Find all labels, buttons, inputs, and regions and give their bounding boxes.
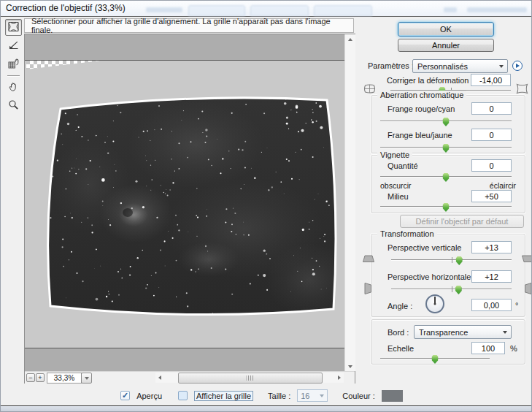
horizontal-perspective-label: Perspective horizontale (388, 272, 471, 281)
red-cyan-slider[interactable] (380, 117, 512, 126)
hint-message-bar: Sélectionner pour afficher la grille d'a… (24, 18, 354, 33)
angle-dial[interactable] (425, 294, 444, 313)
checkmark-icon: ✓ (122, 392, 128, 400)
preview-viewport[interactable] (25, 34, 344, 371)
edge-label: Bord : (388, 328, 409, 337)
grid-color-swatch[interactable] (382, 390, 403, 402)
preview-checkbox-label[interactable]: Aperçu (136, 392, 162, 400)
window-bottom-strip (0, 406, 532, 412)
transformation-group: Transformation Perspective verticale Per… (371, 234, 525, 317)
scroll-up-button[interactable] (345, 34, 355, 44)
zoom-in-button[interactable]: + (36, 373, 45, 382)
perspective-tilt-forward-icon (522, 253, 532, 265)
grid-size-label: Taille : (268, 392, 290, 400)
settings-panel: OK Annuler Paramètres : Personnalisés Co… (358, 17, 532, 386)
remove-distortion-tool[interactable] (5, 19, 22, 36)
red-cyan-slider-thumb[interactable] (443, 118, 450, 126)
grid-color-label: Couleur : (342, 392, 375, 400)
lens-correction-dialog: Sélectionner pour afficher la grille d'a… (0, 17, 532, 406)
angle-label: Angle : (388, 302, 412, 310)
settings-menu-button[interactable] (512, 61, 523, 71)
settings-label: Paramètres : (368, 61, 414, 70)
distortion-value-field[interactable] (471, 74, 511, 86)
zoom-level-dropdown-button[interactable] (81, 373, 92, 384)
blue-yellow-label: Frange bleu/jaune (388, 131, 452, 140)
straighten-icon (7, 39, 20, 53)
edge-value: Transparence (419, 328, 468, 337)
arrow-down-icon (348, 365, 352, 368)
scroll-left-button[interactable] (155, 373, 164, 383)
chevron-down-icon (320, 394, 324, 397)
zoom-level-field[interactable]: 33,3% (47, 373, 82, 384)
minus-icon: − (28, 374, 32, 381)
ok-button[interactable]: OK (398, 22, 494, 37)
horizontal-scroll-thumb[interactable] (178, 373, 323, 384)
chevron-down-icon (503, 331, 507, 334)
vignette-midpoint-slider[interactable] (380, 202, 512, 212)
barrel-distortion-icon (363, 83, 376, 96)
vignette-midpoint-field[interactable] (471, 190, 512, 202)
preview-checkbox[interactable]: ✓ (120, 391, 130, 400)
red-cyan-value-field[interactable] (471, 102, 512, 115)
edge-combobox[interactable]: Transparence (414, 325, 512, 339)
horizontal-perspective-field[interactable] (471, 270, 512, 283)
scale-slider[interactable] (380, 354, 490, 364)
perspective-right-icon (523, 283, 532, 296)
zoom-out-button[interactable]: − (26, 373, 35, 382)
vertical-perspective-field[interactable] (471, 241, 512, 253)
hand-tool[interactable] (5, 79, 22, 96)
vignette-midpoint-slider-thumb[interactable] (443, 203, 450, 212)
chromatic-aberration-group: Aberration chromatique Frange rouge/cyan… (371, 95, 525, 153)
background-tab (146, 7, 182, 12)
grid-size-combobox[interactable]: 16 (297, 389, 328, 402)
document-canvas (25, 61, 344, 348)
play-icon (516, 64, 520, 68)
horizontal-perspective-slider[interactable] (391, 285, 512, 294)
scroll-down-button[interactable] (345, 362, 355, 371)
horizontal-perspective-slider-thumb[interactable] (455, 286, 462, 294)
lens-correction-window: Correction de l'objectif (33,3%) (0, 0, 532, 412)
distortion-label: Corriger la déformation (387, 76, 469, 85)
tool-separator (7, 75, 20, 76)
settings-value: Personnalisés (417, 62, 468, 71)
scale-unit: % (510, 344, 517, 353)
move-grid-tool[interactable] (5, 56, 22, 72)
plus-icon: + (38, 374, 42, 381)
scale-label: Echelle (388, 344, 414, 353)
dialog-bottom-bar: ✓ Aperçu ✓ Afficher la grille Taille : 1… (0, 386, 528, 405)
perspective-left-icon (363, 283, 373, 296)
chevron-down-icon (499, 65, 504, 68)
vignette-amount-field[interactable] (471, 159, 512, 172)
set-default-lens-button[interactable]: Définir l'objectif par défaut (400, 215, 524, 228)
pasteboard-bottom (25, 348, 344, 371)
scroll-right-button[interactable] (335, 373, 344, 383)
red-cyan-label: Frange rouge/cyan (388, 104, 455, 113)
blue-yellow-value-field[interactable] (471, 129, 512, 141)
darken-label: obscurcir (380, 181, 412, 190)
edge-group: Bord : Transparence Echelle % (371, 319, 525, 365)
cancel-button[interactable]: Annuler (398, 39, 494, 52)
chevron-down-icon (85, 377, 89, 380)
hand-icon (7, 80, 20, 94)
remove-distortion-icon (7, 20, 20, 34)
grid-size-value: 16 (301, 392, 309, 400)
show-grid-checkbox[interactable]: ✓ (178, 391, 188, 400)
scale-value-field[interactable] (471, 342, 505, 354)
vertical-scrollbar[interactable] (344, 34, 355, 371)
vignette-amount-slider-thumb[interactable] (443, 173, 450, 182)
settings-combobox[interactable]: Personnalisés (412, 59, 508, 73)
scale-slider-thumb[interactable] (432, 355, 439, 364)
blue-yellow-slider-thumb[interactable] (443, 144, 450, 153)
lighten-label: éclaircir (490, 181, 516, 190)
pasteboard-top (25, 34, 344, 61)
hint-message: Sélectionner pour afficher la grille d'a… (31, 17, 353, 34)
horizontal-scrollbar[interactable] (155, 373, 344, 383)
angle-unit: ° (515, 301, 518, 310)
vertical-perspective-slider[interactable] (391, 256, 512, 265)
show-grid-checkbox-label[interactable]: Afficher la grille (194, 391, 253, 401)
pincushion-distortion-icon (516, 83, 528, 96)
vertical-perspective-slider-thumb[interactable] (456, 256, 463, 265)
angle-value-field[interactable] (471, 299, 512, 311)
straighten-tool[interactable] (5, 37, 22, 54)
zoom-tool[interactable] (5, 97, 22, 114)
